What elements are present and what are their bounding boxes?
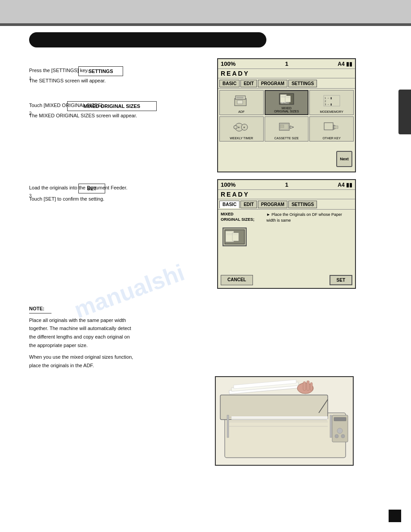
lcd1-icon-modememory[interactable]: 1 → ▮ 2 3 → ▮ MODEMEMORY <box>309 90 354 115</box>
lcd1-weekly-label: WEEKLY TIMER <box>230 137 253 140</box>
lcd1-counter: 1 <box>285 60 288 67</box>
lcd2-icon-area <box>218 225 355 249</box>
lcd2-mixed-icon <box>223 227 247 246</box>
weekly-icon: ⚬ ⚬ <box>233 118 250 136</box>
svg-rect-1 <box>235 96 245 99</box>
body-text-line3: Touch [MIXED ORIGINAL SIZES]. <box>29 101 204 110</box>
note-line3: the different lengths and copy each orig… <box>29 333 208 341</box>
body-text-line1: Press the [SETTINGS] key. <box>29 66 204 75</box>
svg-rect-43 <box>310 382 313 390</box>
note-spacer <box>29 349 208 353</box>
lcd2-tab-program[interactable]: PROGRAM <box>258 201 287 208</box>
note-line5: When you use the mixed original sizes fu… <box>29 353 208 361</box>
lcd1-icon-mixed[interactable]: MIXED MIXEDORIGINAL SIZES <box>265 90 309 115</box>
svg-point-54 <box>335 434 338 438</box>
step-number-1: 1 <box>29 76 32 81</box>
body-text-section3: Load the originals into the Document Fee… <box>29 184 204 203</box>
svg-rect-7 <box>285 96 291 102</box>
svg-text:MIXED: MIXED <box>281 102 290 104</box>
svg-rect-41 <box>303 382 306 390</box>
modememory-icon: 1 → ▮ 2 3 → ▮ <box>323 92 340 109</box>
svg-point-20 <box>234 125 237 129</box>
lcd1-adf-label: ADF <box>238 110 244 114</box>
lcd2-text-area: MIXED ORIGINAL SIZES; <box>221 212 264 223</box>
svg-rect-52 <box>334 417 346 421</box>
step-number-2: 2 <box>29 111 32 116</box>
svg-rect-42 <box>307 381 309 390</box>
svg-rect-25 <box>324 123 333 130</box>
lcd1-ready: READY <box>218 69 355 78</box>
header-bar <box>29 32 266 47</box>
top-bar-line <box>0 23 411 26</box>
lcd1-tab-program[interactable]: PROGRAM <box>258 80 287 87</box>
svg-rect-48 <box>330 415 332 438</box>
lcd1-icon-adf[interactable]: ADF <box>219 90 264 115</box>
illustration-panel <box>215 376 354 466</box>
svg-point-53 <box>337 428 342 433</box>
svg-rect-36 <box>220 395 328 420</box>
lcd-panel-2: 100% 1 A4 ▮▮ READY BASIC EDIT PROGRAM SE… <box>217 179 356 289</box>
body-text-line6: Touch [SET] to confirm the setting. <box>29 195 204 203</box>
lcd1-other-label: OTHER KEY <box>322 137 340 140</box>
set-ref: SET <box>45 196 54 202</box>
mixed-ref: MIXED ORIGINAL SIZES <box>45 103 101 108</box>
body-text-section1: Press the [SETTINGS] key. The SETTINGS s… <box>29 66 204 85</box>
lcd1-icon-cassette[interactable]: CASSETTE SIZE <box>265 116 309 142</box>
document-feeder-illustration <box>216 377 354 466</box>
lcd1-icon-row1: ADF MIXED MIXEDORIGINAL SIZES <box>218 89 355 116</box>
step-number-3: 3 <box>29 193 32 198</box>
svg-rect-50 <box>231 418 328 420</box>
right-side-tab <box>398 90 411 134</box>
svg-rect-27 <box>334 126 338 129</box>
body-text-line2: The SETTINGS screen will appear. <box>29 77 204 85</box>
note-section: NOTE: Place all originals with the same … <box>29 305 208 370</box>
lcd1-icon-row2: ⚬ ⚬ WEEKLY TIMER CASSETTE SIZE <box>218 116 355 143</box>
lcd2-button-row: CANCEL SET <box>221 275 352 285</box>
lcd2-header: 100% 1 A4 ▮▮ <box>218 180 355 190</box>
svg-rect-30 <box>232 233 239 241</box>
lcd2-instruction: ► Place the Originals on DF whose Paper … <box>266 212 352 223</box>
svg-text:1 → ▮: 1 → ▮ <box>325 97 332 99</box>
lcd2-tab-basic[interactable]: BASIC <box>219 201 240 208</box>
settings-ref: SETTINGS <box>53 68 77 73</box>
set-button[interactable]: SET <box>330 275 352 285</box>
svg-text:⚬: ⚬ <box>237 126 240 130</box>
lcd1-icon-other[interactable]: OTHER KEY <box>309 116 354 142</box>
mixed-icon: MIXED <box>279 92 294 106</box>
note-line2: together. The machine will automatically… <box>29 324 208 333</box>
svg-rect-24 <box>280 125 284 128</box>
lcd-panel-1: 100% 1 A4 ▮▮ READY BASIC EDIT PROGRAM SE… <box>217 58 356 172</box>
lcd2-content-area: MIXED ORIGINAL SIZES; ► Place the Origin… <box>218 210 355 225</box>
lcd1-cassette-label: CASSETTE SIZE <box>274 137 299 140</box>
lcd2-tab-edit[interactable]: EDIT <box>240 201 257 208</box>
cassette-icon <box>278 118 295 136</box>
svg-text:⚬: ⚬ <box>243 126 246 130</box>
lcd1-header: 100% 1 A4 ▮▮ <box>218 59 355 69</box>
next-button[interactable]: Next <box>336 151 352 167</box>
note-line4: the appropriate paper size. <box>29 341 208 350</box>
lcd2-counter: 1 <box>285 181 288 188</box>
bottom-right-marker <box>389 510 401 522</box>
lcd1-paper-size: A4 ▮▮ <box>338 61 352 67</box>
cancel-button[interactable]: CANCEL <box>221 275 253 285</box>
lcd2-tabs: BASIC EDIT PROGRAM SETTINGS <box>218 199 355 210</box>
lcd1-icon-weekly[interactable]: ⚬ ⚬ WEEKLY TIMER <box>219 116 264 142</box>
body-text-section2: Touch [MIXED ORIGINAL SIZES]. The MIXED … <box>29 101 204 120</box>
lcd2-tab-settings[interactable]: SETTINGS <box>288 201 317 208</box>
lcd1-tab-edit[interactable]: EDIT <box>240 80 257 87</box>
lcd1-modememory-label: MODEMEMORY <box>320 110 343 114</box>
note-line6: place the originals in the ADF. <box>29 361 208 370</box>
lcd1-mixed-label: MIXEDORIGINAL SIZES <box>274 107 299 113</box>
arrow-icon: ► <box>266 212 270 217</box>
lcd1-percent: 100% <box>221 60 235 67</box>
lcd2-percent: 100% <box>221 181 235 188</box>
svg-rect-4 <box>237 100 243 104</box>
body-text-line5: Load the originals into the Document Fee… <box>29 184 204 192</box>
top-bar <box>0 0 411 23</box>
svg-point-55 <box>341 434 345 438</box>
svg-marker-23 <box>290 126 294 129</box>
lcd2-label-line1: MIXED <box>221 212 264 217</box>
lcd1-tabs: BASIC EDIT PROGRAM SETTINGS <box>218 78 355 89</box>
lcd1-tab-basic[interactable]: BASIC <box>219 80 240 87</box>
lcd1-tab-settings[interactable]: SETTINGS <box>288 80 317 87</box>
